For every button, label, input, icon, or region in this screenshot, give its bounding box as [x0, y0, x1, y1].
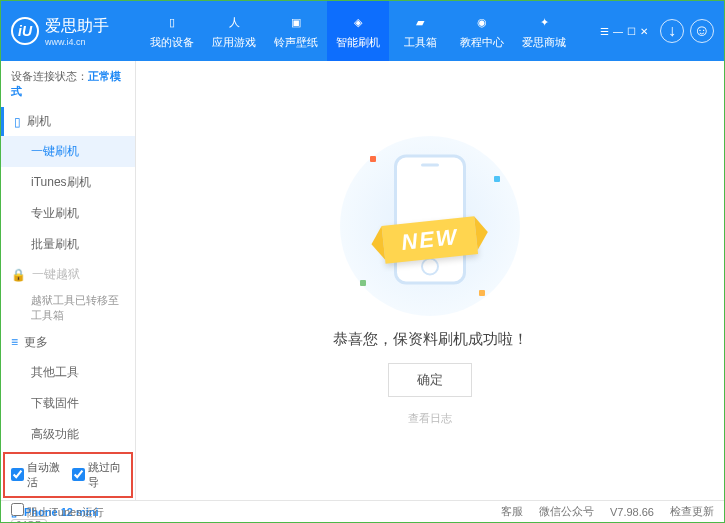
nav-flash[interactable]: ◈智能刷机 [327, 1, 389, 61]
wallpaper-icon: ▣ [286, 12, 306, 32]
success-message: 恭喜您，保资料刷机成功啦！ [333, 330, 528, 349]
logo-icon: iU [11, 17, 39, 45]
view-log-link[interactable]: 查看日志 [408, 411, 452, 426]
nav-ringtone[interactable]: ▣铃声壁纸 [265, 1, 327, 61]
window-controls: ☰ — ☐ ✕ [600, 26, 648, 37]
jailbreak-note: 越狱工具已转移至工具箱 [1, 289, 135, 328]
sub-advanced[interactable]: 高级功能 [1, 419, 135, 450]
user-button[interactable]: ☺ [690, 19, 714, 43]
sub-download-firmware[interactable]: 下载固件 [1, 388, 135, 419]
more-icon: ≡ [11, 335, 18, 349]
category-flash[interactable]: ▯刷机 [1, 107, 135, 136]
category-more[interactable]: ≡更多 [1, 328, 135, 357]
phone-icon: ▯ [14, 115, 21, 129]
tutorial-icon: ◉ [472, 12, 492, 32]
flash-icon: ◈ [348, 12, 368, 32]
nav-toolbox[interactable]: ▰工具箱 [389, 1, 451, 61]
footer-update[interactable]: 检查更新 [670, 504, 714, 519]
sub-pro-flash[interactable]: 专业刷机 [1, 198, 135, 229]
menu-icon[interactable]: ☰ [600, 26, 609, 37]
category-jailbreak: 🔒一键越狱 [1, 260, 135, 289]
footer-wechat[interactable]: 微信公众号 [539, 504, 594, 519]
maximize-icon[interactable]: ☐ [627, 26, 636, 37]
footer-service[interactable]: 客服 [501, 504, 523, 519]
close-icon[interactable]: ✕ [640, 26, 648, 37]
app-logo: iU 爱思助手 www.i4.cn [11, 16, 141, 47]
nav-store[interactable]: ✦爱思商城 [513, 1, 575, 61]
connection-status: 设备连接状态：正常模式 [1, 61, 135, 107]
app-url: www.i4.cn [45, 37, 109, 47]
sub-other-tools[interactable]: 其他工具 [1, 357, 135, 388]
top-nav: ▯我的设备 人应用游戏 ▣铃声壁纸 ◈智能刷机 ▰工具箱 ◉教程中心 ✦爱思商城 [141, 1, 600, 61]
titlebar: iU 爱思助手 www.i4.cn ▯我的设备 人应用游戏 ▣铃声壁纸 ◈智能刷… [1, 1, 724, 61]
toolbox-icon: ▰ [410, 12, 430, 32]
nav-my-device[interactable]: ▯我的设备 [141, 1, 203, 61]
sub-batch-flash[interactable]: 批量刷机 [1, 229, 135, 260]
lock-icon: 🔒 [11, 268, 26, 282]
nav-tutorial[interactable]: ◉教程中心 [451, 1, 513, 61]
main-panel: NEW 恭喜您，保资料刷机成功啦！ 确定 查看日志 [136, 61, 724, 500]
store-icon: ✦ [534, 12, 554, 32]
auto-activate-checkbox[interactable]: 自动激活 [11, 460, 64, 490]
sub-itunes-flash[interactable]: iTunes刷机 [1, 167, 135, 198]
apps-icon: 人 [224, 12, 244, 32]
sidebar: 设备连接状态：正常模式 ▯刷机 一键刷机 iTunes刷机 专业刷机 批量刷机 … [1, 61, 136, 500]
options-row: 自动激活 跳过向导 [3, 452, 133, 498]
footer-version: V7.98.66 [610, 506, 654, 518]
sub-oneclick-flash[interactable]: 一键刷机 [1, 136, 135, 167]
nav-apps[interactable]: 人应用游戏 [203, 1, 265, 61]
app-name: 爱思助手 [45, 16, 109, 37]
title-right: ☰ — ☐ ✕ ↓ ☺ [600, 19, 714, 43]
minimize-icon[interactable]: — [613, 26, 623, 37]
phone-icon: ▯ [162, 12, 182, 32]
success-illustration: NEW [340, 136, 520, 316]
download-button[interactable]: ↓ [660, 19, 684, 43]
skip-guide-checkbox[interactable]: 跳过向导 [72, 460, 125, 490]
ok-button[interactable]: 确定 [388, 363, 472, 397]
block-itunes-checkbox[interactable]: 阻止iTunes运行 [11, 503, 104, 520]
